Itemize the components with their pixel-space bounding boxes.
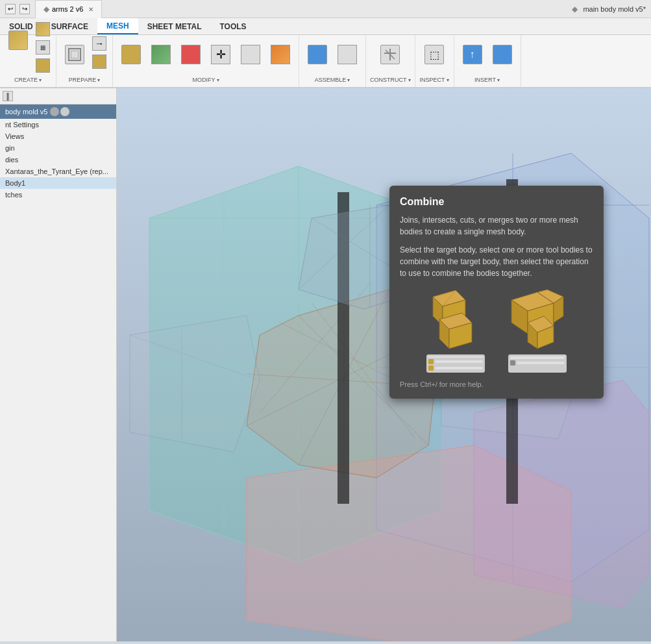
create-btn-4[interactable] [34, 57, 52, 74]
viewport[interactable]: Combine Joins, intersects, cuts, or merg… [117, 88, 651, 641]
modify-label[interactable]: MODIFY ▾ [193, 75, 219, 84]
construct-dropdown-arrow: ▾ [408, 77, 411, 83]
inspect-btn-1[interactable]: ⬚ [420, 35, 448, 74]
insert-btn-1[interactable]: ↑ [458, 35, 487, 74]
ribbon: SOLID SURFACE MESH SHEET METAL TOOLS ⊞ [0, 18, 651, 88]
modify-icon-4 [241, 45, 260, 64]
create-icon-1 [8, 31, 28, 50]
prepare-icon-1 [65, 45, 84, 64]
filename-icon-1 [50, 107, 59, 116]
modify-icon-2 [151, 45, 171, 64]
main-area: ║ body mold v5 nt Settings Views gin die… [0, 88, 651, 641]
create-btn-1[interactable] [4, 21, 32, 60]
create-icon-4 [36, 58, 50, 73]
panel-item-4[interactable]: Xantaras_the_Tyrant_Eye (rep... [0, 166, 116, 177]
prepare-label[interactable]: PREPARE ▾ [69, 75, 100, 84]
insert-btn-2[interactable] [488, 35, 517, 74]
panel-item-6[interactable]: tches [0, 189, 116, 201]
construct-btn-1[interactable] [376, 35, 404, 74]
insert-icon-1: ↑ [463, 45, 482, 64]
title-right: ◆ main body mold v5* [567, 5, 651, 14]
panel-item-5[interactable]: Body1 [0, 177, 116, 189]
panel-top: ║ [0, 88, 116, 105]
title-bar-left: ↩ ↪ [0, 4, 35, 14]
filename-icon-2 [60, 107, 69, 116]
create-dropdown-arrow: ▾ [39, 77, 42, 83]
assemble-tools [303, 35, 362, 74]
panel-filename-text: body mold v5 [5, 108, 47, 116]
modify-btn-5[interactable] [266, 35, 295, 74]
panel-filename: body mold v5 [0, 105, 116, 119]
ribbon-group-modify: ✛ MODIFY ▾ [113, 35, 299, 87]
ribbon-group-insert: ↑ INSERT ▾ [454, 35, 521, 87]
ribbon-tabs: SOLID SURFACE MESH SHEET METAL TOOLS [0, 18, 651, 35]
tab-arms-label: arms 2 v6 [52, 5, 83, 13]
cube-after-svg [502, 287, 573, 352]
tooltip-footer: Press Ctrl+/ for more help. [400, 380, 593, 388]
panel-collapse-btn[interactable]: ║ [3, 91, 13, 101]
active-file-label: main body mold v5* [583, 5, 646, 13]
panel-item-3[interactable]: dies [0, 154, 116, 166]
cube-before-ui [426, 354, 485, 373]
panel-item-1[interactable]: Views [0, 130, 116, 142]
insert-label[interactable]: INSERT ▾ [474, 75, 500, 84]
prepare-btn-3[interactable] [90, 53, 108, 70]
prepare-tools: → [60, 35, 108, 74]
back-button[interactable]: ↩ [5, 4, 16, 14]
modify-btn-move[interactable]: ✛ [206, 35, 235, 74]
create-label[interactable]: CREATE ▾ [14, 75, 42, 84]
tab-mesh[interactable]: MESH [97, 18, 138, 34]
ribbon-group-create: ⊞ CREATE ▾ [0, 35, 56, 87]
assemble-btn-2[interactable] [333, 35, 362, 74]
modify-btn-3[interactable] [177, 35, 205, 74]
ribbon-group-prepare: → PREPARE ▾ [56, 35, 113, 87]
tab-arms-icon: ◆ [43, 5, 49, 14]
tooltip-images [400, 287, 593, 373]
create-icon-2 [36, 22, 50, 36]
prepare-icon-3 [92, 55, 106, 69]
forward-button[interactable]: ↪ [19, 4, 30, 14]
tab-area: ◆ arms 2 v6 ✕ [35, 0, 567, 18]
assemble-label[interactable]: ASSEMBLE ▾ [315, 75, 350, 84]
inspect-icon-1: ⬚ [424, 45, 444, 64]
tab-sheet-metal[interactable]: SHEET METAL [138, 18, 211, 34]
construct-label[interactable]: CONSTRUCT ▾ [370, 75, 411, 84]
modify-btn-2[interactable] [147, 35, 175, 74]
inspect-tools: ⬚ [420, 35, 448, 74]
construct-icon-1 [380, 45, 400, 64]
prepare-icon-2: → [92, 36, 106, 51]
tooltip-popup: Combine Joins, intersects, cuts, or merg… [389, 186, 604, 399]
ribbon-content: ⊞ CREATE ▾ [0, 35, 651, 87]
assemble-btn-1[interactable] [303, 35, 332, 74]
panel-item-2[interactable]: gin [0, 142, 116, 154]
assemble-icon-2 [338, 45, 357, 64]
tooltip-body-2: Select the target body, select one or mo… [400, 244, 593, 279]
modify-btn-1[interactable] [117, 35, 145, 74]
tooltip-cube-after [502, 287, 573, 373]
tab-tools[interactable]: TOOLS [210, 18, 255, 34]
modify-dropdown-arrow: ▾ [217, 77, 219, 83]
ribbon-group-construct: CONSTRUCT ▾ [366, 35, 415, 87]
modify-icon-5 [271, 45, 290, 64]
insert-icon-2 [493, 45, 512, 64]
inspect-label[interactable]: INSPECT ▾ [419, 75, 448, 84]
create-btn-3[interactable]: ⊞ [34, 39, 52, 56]
cube-before-svg [420, 287, 491, 352]
inspect-dropdown-arrow: ▾ [447, 77, 449, 83]
prepare-btn-1[interactable] [60, 35, 89, 74]
ribbon-group-inspect: ⬚ INSPECT ▾ [415, 35, 454, 87]
panel-item-0[interactable]: nt Settings [0, 119, 116, 130]
modify-move-icon: ✛ [211, 45, 230, 64]
construct-tools [376, 35, 404, 74]
tab-arms-close[interactable]: ✕ [88, 6, 93, 13]
assemble-icon-1 [308, 45, 327, 64]
modify-btn-4[interactable] [236, 35, 265, 74]
create-btn-2[interactable] [34, 21, 52, 38]
prepare-dropdown-arrow: ▾ [97, 77, 100, 83]
cube-after-ui [508, 354, 567, 373]
tab-arms[interactable]: ◆ arms 2 v6 ✕ [35, 0, 102, 18]
prepare-btn-2[interactable]: → [90, 35, 108, 52]
tooltip-title: Combine [400, 196, 593, 208]
create-tools: ⊞ [4, 21, 52, 74]
ribbon-group-assemble: ASSEMBLE ▾ [299, 35, 366, 87]
